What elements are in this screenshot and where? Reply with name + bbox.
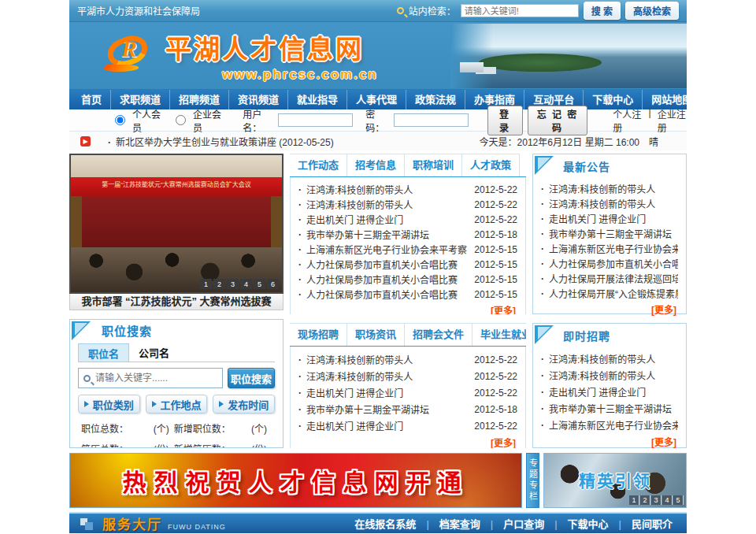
news-item[interactable]: 汪鸿涛:科技创新的带头人 xyxy=(541,181,678,196)
org-name: 平湖市人力资源和社会保障局 xyxy=(77,4,200,17)
personal-member-radio[interactable] xyxy=(115,115,125,125)
news-item[interactable]: 走出机关门 进得企业门 2012-5-22 xyxy=(298,417,517,434)
header-cityscape-photo xyxy=(450,24,687,88)
news-item[interactable]: 我市举办第十三期金平湖讲坛 2012-5-18 xyxy=(298,227,517,242)
news-item[interactable]: 汪鸿涛:科技创新的带头人 xyxy=(541,196,678,211)
elite-page-button[interactable]: 3 xyxy=(651,495,662,505)
more-link[interactable]: [更多] xyxy=(541,301,678,317)
photo-slideshow[interactable]: 第一届“江苏技能状元”大赛常州选拔赛动员会扩大会议 123456 xyxy=(69,154,284,294)
forgot-password-button[interactable]: 忘 记 密 码 xyxy=(528,106,588,135)
news-item[interactable]: 我市举办第十三期金平湖讲坛 xyxy=(541,400,678,417)
keyword-input[interactable] xyxy=(95,373,217,384)
site-search-input[interactable] xyxy=(461,4,579,17)
arrow-right-icon xyxy=(152,401,157,407)
special-topics-tab[interactable]: 专题专栏 xyxy=(526,453,539,508)
news-item[interactable]: 走出机关门 进得企业门 xyxy=(541,211,678,226)
service-link[interactable]: 户口查询 xyxy=(480,516,544,531)
stat-unit: (份) xyxy=(241,442,272,448)
news-item[interactable]: 人力社保局参加市直机关小合唱比赛 2012-5-15 xyxy=(298,257,517,272)
ticker-news-link[interactable]: 新北区举办大学生创业与就业政策讲座 (2012-05-25) xyxy=(108,135,334,148)
service-links: 在线报名系统档案查询户口查询下载中心民间职介 xyxy=(354,516,676,531)
news-item-date: 2012-5-15 xyxy=(474,244,517,255)
login-button[interactable]: 登 录 xyxy=(487,106,523,135)
username-field[interactable] xyxy=(278,113,353,127)
more-link[interactable]: [更多] xyxy=(298,434,517,448)
site-logo-icon[interactable]: R xyxy=(107,35,153,72)
news-tab[interactable]: 招聘会文件 xyxy=(405,323,472,346)
job-filter-button[interactable]: 职位类别 xyxy=(78,395,140,413)
service-link[interactable]: 下载中心 xyxy=(544,516,608,531)
nav-item[interactable]: 就业指导 xyxy=(287,90,346,109)
personal-register-link[interactable]: 个人注册 xyxy=(613,107,642,134)
keyword-search-row: 职位搜索 xyxy=(78,368,275,388)
arrow-right-icon xyxy=(84,401,89,407)
news-item[interactable]: 上海浦东新区光电子行业协会来平考 xyxy=(541,241,678,256)
more-link[interactable]: [更多] xyxy=(298,302,517,314)
news-item[interactable]: 人力社保局参加市直机关小合唱比赛 2012-5-15 xyxy=(298,287,517,302)
slideshow-caption[interactable]: 我市部署 “江苏技能状元” 大赛常州选拔赛 xyxy=(69,294,284,310)
service-hall-bar: 服务大厅 FUWU DATING 在线报名系统档案查询户口查询下载中心民间职介 xyxy=(69,512,687,533)
news-item[interactable]: 汪鸿涛:科技创新的带头人 2012-5-22 xyxy=(298,351,517,368)
slideshow-page-button[interactable]: 5 xyxy=(254,279,265,289)
password-field[interactable] xyxy=(394,113,469,127)
news-item[interactable]: 人力社保局参加市直机关小合唱比赛 2012-5-15 xyxy=(298,272,517,287)
service-link[interactable]: 档案查询 xyxy=(416,516,480,531)
slideshow-page-button[interactable]: 2 xyxy=(213,279,225,289)
news-item[interactable]: 上海浦东新区光电子行业协会来平考察 2012-5-15 xyxy=(298,242,517,257)
notice-list: 汪鸿涛:科技创新的带头人 汪鸿涛:科技创新的带头人 走出机关门 进得企业门 xyxy=(533,180,686,319)
slideshow-page-button[interactable]: 6 xyxy=(267,279,279,289)
news-item[interactable]: 我市举办第十三期金平湖讲坛 2012-5-18 xyxy=(298,401,517,417)
news-tab[interactable]: 职场资讯 xyxy=(347,323,405,346)
elite-page-button[interactable]: 5 xyxy=(673,495,684,505)
nav-item[interactable]: 首页 xyxy=(72,90,110,109)
slideshow-page-button[interactable]: 1 xyxy=(200,279,212,289)
news-item[interactable]: 人力社保局开展法律法规巡回培训 xyxy=(541,271,678,286)
work-news-tabs: 工作动态招考信息职称培训人才政策 xyxy=(290,154,526,177)
elite-page-button[interactable]: 4 xyxy=(662,495,673,505)
news-item[interactable]: 汪鸿涛:科技创新的带头人 2012-5-22 xyxy=(298,182,517,197)
news-item[interactable]: 汪鸿涛:科技创新的带头人 xyxy=(541,367,678,384)
elite-page-button[interactable]: 1 xyxy=(629,495,639,505)
job-filter-button[interactable]: 工作地点 xyxy=(146,395,208,413)
company-register-link[interactable]: 企业注册 xyxy=(658,107,687,134)
news-item-title: 上海浦东新区光电子行业协会来平考 xyxy=(549,242,678,255)
elite-photo-banner[interactable]: 精英引领 12345 xyxy=(543,453,687,508)
job-search-header: 职位搜索 xyxy=(70,320,283,343)
news-tab[interactable]: 现场招聘 xyxy=(290,323,347,346)
service-link[interactable]: 民间职介 xyxy=(609,516,673,531)
news-item[interactable]: 走出机关门 进得企业门 2012-5-22 xyxy=(298,212,517,227)
elite-banner-text: 精英引领 xyxy=(544,468,686,491)
personal-member-label: 个人会员 xyxy=(132,107,163,134)
news-item[interactable]: 我市举办第十三期金平湖讲坛 xyxy=(541,226,678,241)
news-item[interactable]: 汪鸿涛:科技创新的带头人 xyxy=(541,350,678,367)
advanced-search-button[interactable]: 高级检索 xyxy=(625,2,679,20)
news-item[interactable]: 人力社保局开展“入企锻炼提素质” xyxy=(541,286,678,301)
slideshow-page-button[interactable]: 4 xyxy=(240,279,252,289)
company-member-radio[interactable] xyxy=(176,115,186,125)
logo-letter: R xyxy=(121,35,137,62)
service-link[interactable]: 在线报名系统 xyxy=(354,516,416,531)
tab-company-name[interactable]: 公司名 xyxy=(129,343,179,362)
celebration-banner[interactable]: 热烈祝贺人才信息网开通 xyxy=(69,453,522,508)
tab-position-name[interactable]: 职位名 xyxy=(78,343,129,362)
slideshow-page-button[interactable]: 3 xyxy=(227,279,239,289)
stat-unit: (个) xyxy=(143,421,173,435)
news-item[interactable]: 走出机关门 进得企业门 xyxy=(541,384,678,400)
job-search-button[interactable]: 职位搜索 xyxy=(228,368,275,388)
news-item[interactable]: 汪鸿涛:科技创新的带头人 2012-5-22 xyxy=(298,368,517,384)
news-item[interactable]: 人力社保局参加市直机关小合唱比赛 xyxy=(541,256,678,271)
news-tab[interactable]: 毕业生就业服务 xyxy=(472,323,526,346)
news-tab[interactable]: 招考信息 xyxy=(347,154,405,176)
news-item[interactable]: 走出机关门 进得企业门 2012-5-22 xyxy=(298,384,517,401)
nav-item[interactable]: 政策法规 xyxy=(406,90,465,109)
recruit-news-tabs: 现场招聘职场资讯招聘会文件毕业生就业服务 xyxy=(290,323,526,347)
site-search-button[interactable]: 搜 索 xyxy=(584,2,621,20)
news-tab[interactable]: 人才政策 xyxy=(462,154,520,176)
job-filter-button[interactable]: 发布时间 xyxy=(213,395,275,413)
more-link[interactable]: [更多] xyxy=(541,433,678,448)
elite-page-button[interactable]: 2 xyxy=(640,495,650,505)
news-item[interactable]: 汪鸿涛:科技创新的带头人 2012-5-22 xyxy=(298,197,517,212)
news-item[interactable]: 上海浦东新区光电子行业协会来平考 xyxy=(541,417,678,433)
news-tab[interactable]: 职称培训 xyxy=(405,154,462,176)
news-tab[interactable]: 工作动态 xyxy=(290,154,347,176)
